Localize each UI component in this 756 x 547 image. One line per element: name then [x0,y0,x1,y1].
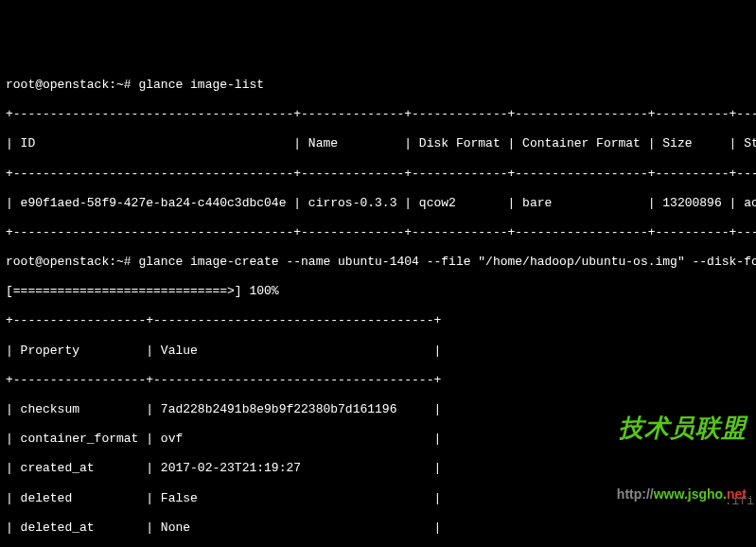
watermark-url: http://www.jsgho.net [602,470,747,518]
table-separator: +--------------------------------------+… [6,225,750,240]
table-separator: +------------------+--------------------… [6,313,750,328]
watermark-title: 技术员联盟 [602,414,747,443]
watermark: 技术员联盟 http://www.jsgho.net [602,383,747,533]
table-separator: +--------------------------------------+… [6,167,750,182]
table-header: | Property | Value | [6,344,750,359]
table-row: | e90f1aed-58f9-427e-ba24-c440c3dbc04e |… [6,196,750,211]
progress-bar: [=============================>] 100% [6,284,750,299]
prompt-line[interactable]: root@openstack:~# glance image-create --… [6,255,750,270]
prompt-line[interactable]: root@openstack:~# glance image-list [6,78,750,93]
table-header: | ID | Name | Disk Format | Container Fo… [6,136,750,151]
table-separator: +--------------------------------------+… [6,107,750,122]
